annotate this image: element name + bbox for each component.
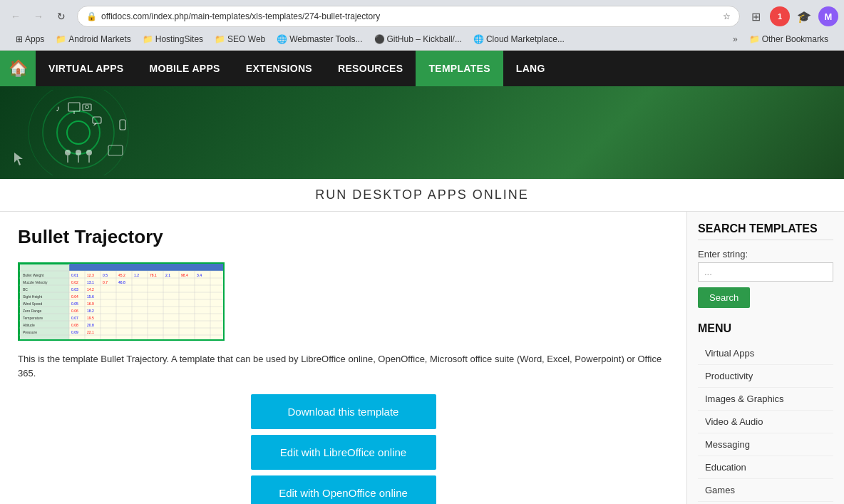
- address-bar[interactable]: 🔒 offidocs.com/index.php/main-templates/…: [77, 6, 740, 27]
- bookmark-cloud[interactable]: 🌐 Cloud Marketplace...: [469, 33, 569, 46]
- nav-resources[interactable]: Resources: [325, 51, 416, 86]
- svg-text:15.6: 15.6: [87, 294, 94, 299]
- menu-item-productivity[interactable]: Productivity: [698, 365, 833, 388]
- svg-text:22.1: 22.1: [87, 330, 94, 334]
- svg-text:1.2: 1.2: [134, 273, 139, 277]
- svg-text:0.09: 0.09: [71, 330, 78, 334]
- nav-virtual-apps[interactable]: Virtual Apps: [36, 51, 137, 86]
- extensions-menu-button[interactable]: ⊞: [746, 6, 766, 26]
- svg-text:BC: BC: [23, 287, 28, 292]
- page-content: 🏠 Virtual Apps Mobile Apps Extensions Re…: [0, 51, 844, 504]
- search-button[interactable]: Search: [698, 287, 750, 308]
- svg-point-8: [86, 106, 89, 109]
- back-button[interactable]: ←: [6, 6, 26, 26]
- bookmark-cloud-label: Cloud Marketplace...: [486, 34, 565, 44]
- svg-text:♪: ♪: [56, 103, 60, 113]
- browser-toolbar: ← → ↻ 🔒 offidocs.com/index.php/main-temp…: [6, 6, 838, 27]
- hero-banner: ♪: [0, 86, 844, 179]
- bookmark-other-label: Other Bookmarks: [762, 34, 828, 44]
- nav-templates[interactable]: Templates: [416, 51, 503, 86]
- svg-text:0.06: 0.06: [71, 309, 78, 313]
- main-layout: Bullet Trajectory: [0, 212, 844, 504]
- svg-point-16: [86, 150, 92, 155]
- svg-text:Zero Range: Zero Range: [23, 309, 42, 313]
- forward-button[interactable]: →: [29, 6, 48, 26]
- bookmark-webmaster[interactable]: 🌐 Webmaster Tools...: [272, 33, 366, 46]
- nav-lang[interactable]: Lang: [503, 51, 558, 86]
- hero-illustration: ♪: [0, 90, 157, 175]
- svg-point-12: [65, 150, 71, 155]
- svg-marker-10: [93, 123, 97, 126]
- svg-text:19.5: 19.5: [87, 316, 94, 320]
- nav-mobile-apps[interactable]: Mobile Apps: [137, 51, 233, 86]
- bookmark-star-icon[interactable]: ☆: [723, 11, 731, 21]
- svg-text:Bullet Weight: Bullet Weight: [23, 273, 44, 277]
- graduation-icon-button[interactable]: 🎓: [794, 6, 814, 26]
- openoffice-button[interactable]: Edit with OpenOffice online: [251, 475, 436, 504]
- svg-text:Wind Speed: Wind Speed: [23, 302, 42, 306]
- cloud-icon: 🌐: [473, 34, 484, 44]
- site-logo[interactable]: 🏠: [0, 51, 36, 86]
- run-text-bar: RUN DESKTOP APPS ONLINE: [0, 179, 844, 212]
- svg-text:0.5: 0.5: [103, 273, 108, 277]
- reload-button[interactable]: ↻: [51, 6, 71, 26]
- folder-icon-seo: 📁: [215, 34, 225, 44]
- folder-icon-android: 📁: [56, 34, 66, 44]
- svg-rect-11: [120, 120, 125, 130]
- menu-item-images-graphics[interactable]: Images & Graphics: [698, 388, 833, 411]
- svg-text:2.1: 2.1: [165, 273, 170, 277]
- site-navigation: Virtual Apps Mobile Apps Extensions Reso…: [36, 51, 558, 86]
- bookmark-github[interactable]: ⚫ GitHub – Kickball/...: [370, 33, 466, 46]
- svg-text:Muzzle Velocity: Muzzle Velocity: [23, 280, 48, 284]
- menu-item-virtual-apps[interactable]: Virtual Apps: [698, 342, 833, 365]
- download-button[interactable]: Download this template: [251, 394, 436, 429]
- menu-item-messaging[interactable]: Messaging: [698, 433, 833, 456]
- search-section: SEARCH TEMPLATES Enter string: Search: [698, 222, 833, 308]
- menu-item-video-audio[interactable]: Video & Audio: [698, 411, 833, 433]
- svg-text:14.2: 14.2: [87, 287, 94, 292]
- svg-point-2: [57, 111, 100, 154]
- svg-text:46.8: 46.8: [118, 280, 125, 284]
- lock-icon: 🔒: [86, 11, 97, 21]
- nav-extensions[interactable]: Extensions: [233, 51, 325, 86]
- search-title: SEARCH TEMPLATES: [698, 222, 833, 240]
- svg-point-3: [67, 121, 90, 144]
- svg-text:13.1: 13.1: [87, 280, 94, 284]
- svg-text:0.01: 0.01: [71, 273, 78, 277]
- nav-buttons: ← → ↻: [6, 6, 71, 26]
- bookmark-hosting-label: HostingSites: [155, 34, 203, 44]
- bookmark-other[interactable]: 📁 Other Bookmarks: [745, 33, 833, 46]
- template-preview-inner: 0.01 12.3 0.5 45.2 1.2 78.1 2.1 98.4 3.4…: [19, 264, 223, 339]
- bookmark-seo[interactable]: 📁 SEO Web: [210, 33, 269, 46]
- libre-button[interactable]: Edit with LibreOffice online: [251, 435, 436, 470]
- menu-title: MENU: [698, 322, 833, 335]
- globe-icon-webmaster: 🌐: [277, 34, 287, 44]
- svg-text:Temperature: Temperature: [23, 316, 43, 320]
- browser-actions: ⊞ 1 🎓 M: [746, 6, 838, 26]
- bookmark-android[interactable]: 📁 Android Markets: [51, 33, 135, 46]
- profile-button[interactable]: M: [818, 6, 838, 26]
- bookmark-apps[interactable]: ⊞ Apps: [11, 33, 48, 46]
- description-text: This is the template Bullet Trajectory. …: [18, 352, 669, 380]
- svg-text:78.1: 78.1: [150, 273, 157, 277]
- extension-badge-button[interactable]: 1: [770, 6, 790, 26]
- svg-text:0.03: 0.03: [71, 287, 78, 292]
- bookmark-hosting[interactable]: 📁 HostingSites: [138, 33, 207, 46]
- bookmark-android-label: Android Markets: [68, 34, 130, 44]
- svg-text:0.02: 0.02: [71, 280, 78, 284]
- menu-item-education[interactable]: Education: [698, 456, 833, 479]
- svg-marker-19: [14, 153, 23, 165]
- bookmarks-more-button[interactable]: »: [729, 33, 742, 46]
- spreadsheet-svg: 0.01 12.3 0.5 45.2 1.2 78.1 2.1 98.4 3.4…: [19, 264, 225, 341]
- template-preview: 0.01 12.3 0.5 45.2 1.2 78.1 2.1 98.4 3.4…: [18, 262, 225, 341]
- github-icon: ⚫: [374, 34, 385, 44]
- menu-item-games[interactable]: Games: [698, 479, 833, 502]
- svg-text:0.08: 0.08: [71, 323, 78, 327]
- run-desktop-text: RUN DESKTOP APPS ONLINE: [315, 187, 528, 202]
- search-input[interactable]: [698, 262, 833, 282]
- svg-text:45.2: 45.2: [118, 273, 125, 277]
- svg-rect-5: [68, 103, 80, 111]
- svg-text:0.7: 0.7: [103, 280, 108, 284]
- bookmark-apps-label: Apps: [25, 34, 44, 44]
- svg-text:20.8: 20.8: [87, 323, 94, 327]
